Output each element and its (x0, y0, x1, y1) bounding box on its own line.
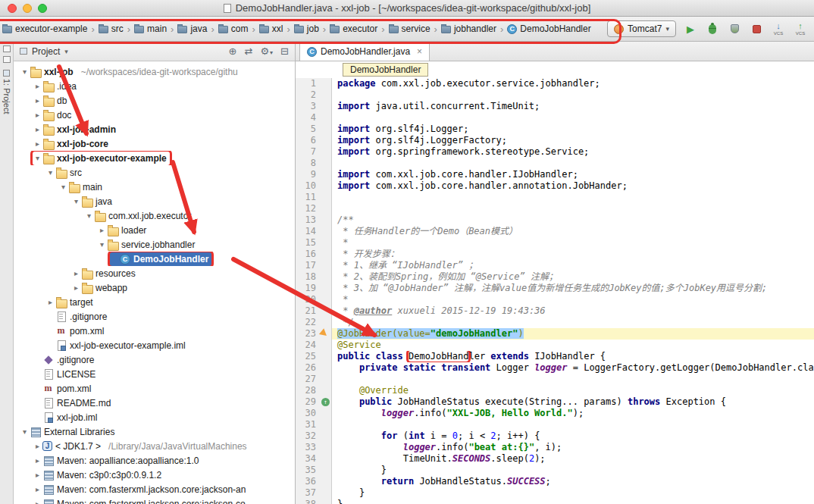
tree-row[interactable]: pom.xml (14, 381, 295, 396)
tool-window-icon[interactable] (3, 56, 11, 63)
line-number[interactable]: 29 (296, 396, 320, 408)
code-line[interactable]: 26 private static transient Logger logge… (296, 362, 814, 374)
breadcrumb-item[interactable]: job (293, 22, 320, 36)
tree-collapsed-arrow[interactable]: ▸ (33, 82, 42, 90)
tree-row[interactable]: .gitignore (14, 352, 295, 367)
line-number[interactable]: 4 (296, 112, 320, 124)
tree-row[interactable]: ▸xxl-job-core (14, 136, 295, 151)
code-line[interactable]: 12 (296, 203, 814, 214)
line-number[interactable]: 16 (296, 249, 320, 260)
code-area[interactable]: 1package com.xxl.job.executor.service.jo… (296, 78, 814, 504)
tree-expanded-arrow[interactable]: ▾ (20, 427, 30, 436)
code-line[interactable]: 29 public JobHandleStatus execute(String… (296, 396, 814, 408)
tree-collapsed-arrow[interactable]: ▸ (33, 125, 42, 133)
project-panel-title[interactable]: Project (20, 46, 68, 57)
code-line[interactable]: 30 logger.info("XXL-JOB, Hello World."); (296, 408, 814, 419)
code-line[interactable]: 13/** (296, 214, 814, 226)
scroll-sync-icon[interactable]: ⇄ (245, 45, 253, 57)
breadcrumb-item[interactable]: src (98, 22, 124, 36)
line-number[interactable]: 13 (296, 214, 320, 226)
stop-button[interactable] (749, 21, 764, 36)
line-number[interactable]: 1 (296, 78, 320, 89)
tab-demojobhandler[interactable]: DemoJobHandler.java (299, 42, 430, 61)
code-line[interactable]: 33 logger.info("beat at:{}", i); (296, 442, 814, 453)
code-line[interactable]: 14 * 任务Handler的一个Demo（Bean模式） (296, 226, 814, 237)
tree-row[interactable]: ▾service.jobhandler (14, 237, 295, 252)
code-line[interactable]: 32 for (int i = 0; i < 2; i++) { (296, 430, 814, 442)
tree-collapsed-arrow[interactable]: ▸ (33, 442, 42, 450)
code-line[interactable]: 37 } (296, 487, 814, 499)
tree-row[interactable]: LICENSE (14, 367, 295, 381)
code-line[interactable]: 4 (296, 112, 814, 124)
coverage-button[interactable] (727, 21, 742, 36)
close-tab-icon[interactable] (417, 47, 422, 56)
tree-expanded-arrow[interactable]: ▾ (20, 67, 30, 76)
breadcrumb-item[interactable]: xxl (258, 22, 284, 36)
tree-row[interactable]: ▾java (14, 194, 295, 208)
tree-row[interactable]: DemoJobHandler (14, 252, 295, 266)
line-number[interactable]: 15 (296, 237, 320, 249)
tree-row[interactable]: ▸target (14, 295, 295, 309)
tree-row[interactable]: ▸< JDK1.7 >/Library/Java/JavaVirtualMach… (14, 439, 295, 453)
tree-collapsed-arrow[interactable]: ▸ (71, 269, 81, 277)
code-line[interactable]: 6import org.slf4j.LoggerFactory; (296, 135, 814, 146)
vcs-commit-button[interactable]: ↑VCS (793, 22, 808, 36)
tree-row[interactable]: ▸db (14, 93, 295, 108)
run-button[interactable]: ▶ (683, 21, 698, 36)
code-line[interactable]: 27 (296, 374, 814, 385)
code-line[interactable]: 23@JobHander(value="demoJobHandler") (296, 328, 814, 340)
line-number[interactable]: 38 (296, 499, 320, 504)
tree-expanded-arrow[interactable]: ▾ (84, 211, 94, 220)
line-number[interactable]: 24 (296, 340, 320, 351)
line-number[interactable]: 26 (296, 362, 320, 374)
tree-row[interactable]: ▾External Libraries (14, 424, 295, 439)
code-line[interactable]: 16 * 开发步骤： (296, 249, 814, 260)
line-number[interactable]: 27 (296, 374, 320, 385)
line-number[interactable]: 35 (296, 465, 320, 476)
zoom-window-button[interactable] (38, 4, 47, 13)
line-number[interactable]: 36 (296, 476, 320, 487)
tree-collapsed-arrow[interactable]: ▸ (33, 456, 42, 465)
line-number[interactable]: 21 (296, 305, 320, 317)
line-number[interactable]: 14 (296, 226, 320, 237)
tree-row[interactable]: ▸Maven: aopalliance:aopalliance:1.0 (14, 453, 295, 468)
tree-row[interactable]: README.md (14, 396, 295, 410)
tree-expanded-arrow[interactable]: ▾ (33, 154, 42, 162)
line-number[interactable]: 9 (296, 169, 320, 180)
line-number[interactable]: 22 (296, 317, 320, 328)
line-number[interactable]: 8 (296, 158, 320, 169)
code-line[interactable]: 11 (296, 192, 814, 203)
tree-collapsed-arrow[interactable]: ▸ (33, 471, 42, 479)
tree-collapsed-arrow[interactable]: ▸ (97, 226, 107, 234)
line-number[interactable]: 18 (296, 271, 320, 283)
code-line[interactable]: 10import com.xxl.job.core.handler.annota… (296, 180, 814, 192)
breadcrumb-item[interactable]: executor (329, 22, 378, 36)
tree-row[interactable]: ▸xxl-job-admin (14, 122, 295, 136)
line-number[interactable]: 33 (296, 442, 320, 453)
line-number[interactable]: 12 (296, 203, 320, 214)
tree-collapsed-arrow[interactable]: ▸ (33, 485, 42, 493)
line-number[interactable]: 34 (296, 453, 320, 465)
override-gutter-icon[interactable] (321, 398, 330, 406)
breadcrumb-item[interactable]: com (218, 22, 249, 36)
locate-file-icon[interactable]: ⊕ (229, 45, 237, 57)
minimize-window-button[interactable] (23, 4, 32, 13)
code-line[interactable]: 24@Service (296, 340, 814, 351)
code-line[interactable]: 28 @Override (296, 385, 814, 396)
breadcrumb-item[interactable]: main (133, 22, 167, 36)
tree-row[interactable]: xxl-job-executor-example.iml (14, 338, 295, 352)
project-tool-button[interactable]: 1: Project (2, 70, 11, 114)
code-line[interactable]: 2 (296, 89, 814, 101)
breadcrumb-item[interactable]: DemoJobHandler (506, 22, 591, 36)
tree-expanded-arrow[interactable]: ▾ (71, 197, 81, 205)
tree-row[interactable]: ▸resources (14, 266, 295, 280)
code-line[interactable]: 34 TimeUnit.SECONDS.sleep(2); (296, 453, 814, 465)
line-number[interactable]: 5 (296, 124, 320, 135)
line-number[interactable]: 32 (296, 430, 320, 442)
tree-row[interactable]: ▸doc (14, 108, 295, 122)
close-window-button[interactable] (8, 4, 17, 13)
tree-collapsed-arrow[interactable]: ▸ (33, 96, 42, 105)
code-line[interactable]: 7import org.springframework.stereotype.S… (296, 146, 814, 158)
code-line[interactable]: 25public class DemoJobHandler extends IJ… (296, 351, 814, 362)
code-line[interactable]: 36 return JobHandleStatus.SUCCESS; (296, 476, 814, 487)
